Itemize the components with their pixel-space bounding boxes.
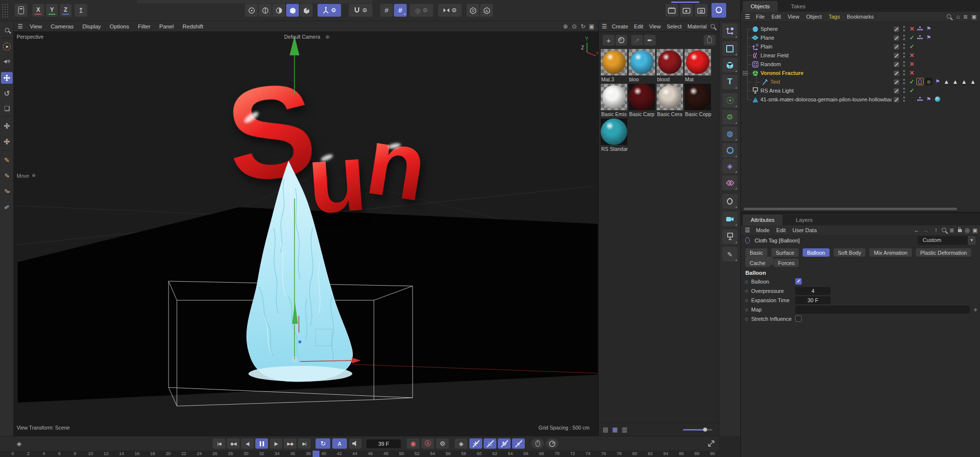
delete-material-icon[interactable] — [704, 35, 715, 46]
tab-balloon[interactable]: Balloon — [803, 248, 830, 257]
thumbnail-size-slider[interactable] — [683, 429, 712, 431]
viewport-solo-icon[interactable] — [466, 4, 479, 17]
materials-menu-material[interactable]: Material — [687, 24, 707, 29]
current-frame-field[interactable]: 39 F — [367, 439, 401, 448]
annotation-tag-icon[interactable]: ⚑ — [925, 96, 932, 103]
map-field[interactable] — [795, 306, 970, 313]
history-forward-icon[interactable]: → — [923, 227, 929, 234]
material-thumb[interactable] — [601, 49, 627, 75]
enable-state[interactable]: ✕ — [909, 52, 914, 59]
render-to-picture-viewer-icon[interactable] — [680, 4, 693, 17]
visibility-dots[interactable] — [903, 88, 905, 94]
object-name[interactable]: Random — [760, 61, 781, 67]
cloth-statue-mesh[interactable] — [246, 161, 352, 382]
rotate-view-icon[interactable]: ↻ — [581, 23, 586, 30]
keyframe-diamond-icon[interactable]: ◇ — [745, 279, 748, 284]
autokey-button[interactable]: Ⓐ — [421, 438, 434, 449]
view-type-label[interactable]: Perspective — [17, 34, 44, 40]
tweak-tool-icon[interactable]: ➤⚙ — [1, 55, 13, 67]
polygon-selection-tag-icon[interactable]: ▲ — [978, 78, 980, 85]
enable-state[interactable]: ✓ — [909, 34, 914, 41]
annotation-tag-icon[interactable]: ⚑ — [934, 78, 941, 85]
visibility-dots[interactable] — [903, 44, 905, 49]
previous-frame-button[interactable]: ◀| — [241, 438, 254, 449]
play-pause-button[interactable] — [255, 438, 268, 449]
goto-start-button[interactable]: |◀ — [213, 438, 225, 449]
next-key-button[interactable]: ▶◆ — [284, 438, 296, 449]
parent-up-icon[interactable]: ↑ — [934, 227, 937, 234]
plane-primitive-icon[interactable] — [722, 41, 737, 56]
objects-horizontal-scrollbar[interactable] — [744, 208, 957, 210]
interactive-render-region-icon[interactable]: ◎⚙ — [410, 4, 433, 17]
objects-export-icon[interactable]: ▣ — [972, 14, 977, 20]
objects-menu-view[interactable]: View — [787, 14, 799, 20]
annotation-tag-icon[interactable]: ⚑ — [925, 34, 932, 41]
spline-pen-icon[interactable]: ✎ — [1, 154, 13, 166]
move-tool-icon[interactable] — [1, 72, 13, 84]
menu-redshift[interactable]: Redshift — [182, 24, 203, 29]
object-origin-gizmo[interactable] — [292, 357, 296, 361]
visibility-dots[interactable] — [903, 35, 905, 41]
search-commander-icon[interactable] — [1, 24, 13, 36]
history-back-icon[interactable]: ← — [914, 227, 920, 234]
object-name[interactable]: Sphere — [760, 26, 778, 32]
tab-plastic-deformation[interactable]: Plastic Deformation — [916, 248, 971, 257]
objects-menu-object[interactable]: Object — [806, 14, 822, 20]
visibility-dots[interactable] — [903, 52, 905, 58]
polygon-selection-tag-icon[interactable]: ▲ — [943, 78, 950, 85]
materials-menu-create[interactable]: Create — [612, 24, 628, 29]
rotate-mode-icon[interactable] — [546, 438, 559, 449]
edit-toggle-icon[interactable] — [894, 71, 899, 76]
toolbar-drag-handle[interactable] — [1, 3, 8, 18]
material-detail-view-icon[interactable]: ▥ — [622, 426, 627, 433]
objects-menu-icon[interactable]: ☰ — [745, 13, 750, 20]
keyframe-diamond-icon[interactable]: ◇ — [745, 307, 748, 312]
keyframe-settings-icon[interactable]: ⚙ — [436, 438, 449, 449]
menu-filter[interactable]: Filter — [138, 24, 151, 29]
objects-menu-bookmarks[interactable]: Bookmarks — [847, 14, 874, 20]
coordinate-system-icon[interactable]: ↥ — [74, 4, 87, 17]
play-all-frames-icon[interactable]: A — [332, 438, 347, 449]
visibility-dots[interactable] — [903, 26, 905, 32]
material-name[interactable]: Mat — [685, 76, 712, 82]
volume-builder-icon[interactable]: ◍ — [722, 126, 737, 141]
annotate-pencil-icon[interactable]: ✎ — [722, 247, 737, 262]
visibility-dots[interactable] — [903, 61, 905, 67]
material-thumb[interactable] — [657, 49, 683, 75]
lock-z-axis-button[interactable]: Z — [60, 4, 72, 17]
timeline-ruler[interactable]: 0246810121416182022242628303234363840424… — [0, 451, 719, 457]
symmetry-settings-icon[interactable]: ⚙ — [438, 4, 462, 17]
enable-state[interactable]: ✓ — [909, 43, 914, 50]
keyframe-diamond-icon[interactable]: ◈ — [17, 440, 22, 447]
materials-menu-select[interactable]: Select — [666, 24, 682, 29]
menu-options[interactable]: Options — [110, 24, 129, 29]
edit-toggle-icon[interactable] — [894, 88, 899, 94]
edit-toggle-icon[interactable] — [894, 35, 899, 41]
object-row-voronoi-fracture[interactable]: Voronoi Fracture ✕ — [741, 69, 980, 77]
tab-forces[interactable]: Forces — [774, 259, 799, 267]
material-thumb[interactable] — [685, 84, 711, 110]
material-thumb[interactable] — [629, 84, 655, 110]
material-name[interactable]: Basic Emis — [601, 111, 629, 117]
overpressure-field[interactable]: 4 — [795, 287, 831, 295]
enable-state[interactable]: ✕ — [909, 61, 914, 68]
coordinates-workplane-icon[interactable]: ⚙ — [318, 4, 341, 17]
key-parameter-toggle[interactable]: ≡ — [512, 438, 525, 449]
object-name[interactable]: 41-smk-mater-dolorosa-germain-pilon-louv… — [760, 96, 892, 102]
sphere-primitive-icon[interactable] — [722, 143, 737, 158]
menu-view[interactable]: View — [30, 24, 42, 29]
keyframe-diamond-icon[interactable]: ◇ — [745, 289, 748, 293]
lock-y-axis-button[interactable]: Y — [46, 4, 58, 17]
next-frame-button[interactable]: |▶ — [270, 438, 282, 449]
text-object-icon[interactable]: T — [722, 74, 737, 89]
visibility-dots[interactable] — [903, 96, 905, 102]
material-name[interactable]: Mat.3 — [601, 76, 629, 82]
collapse-expander-icon[interactable] — [743, 71, 747, 75]
pick-material-icon[interactable]: ✒ — [644, 35, 656, 46]
mograph-cloner-icon[interactable] — [722, 93, 737, 108]
workplane-lock-icon[interactable]: #▪ — [394, 4, 407, 17]
attributes-filter-icon[interactable]: ≣ — [950, 227, 954, 234]
viewport-canvas[interactable]: S u n — [14, 32, 598, 436]
lock-icon[interactable] — [958, 227, 962, 233]
cloth-simulation-icon[interactable] — [722, 194, 737, 209]
